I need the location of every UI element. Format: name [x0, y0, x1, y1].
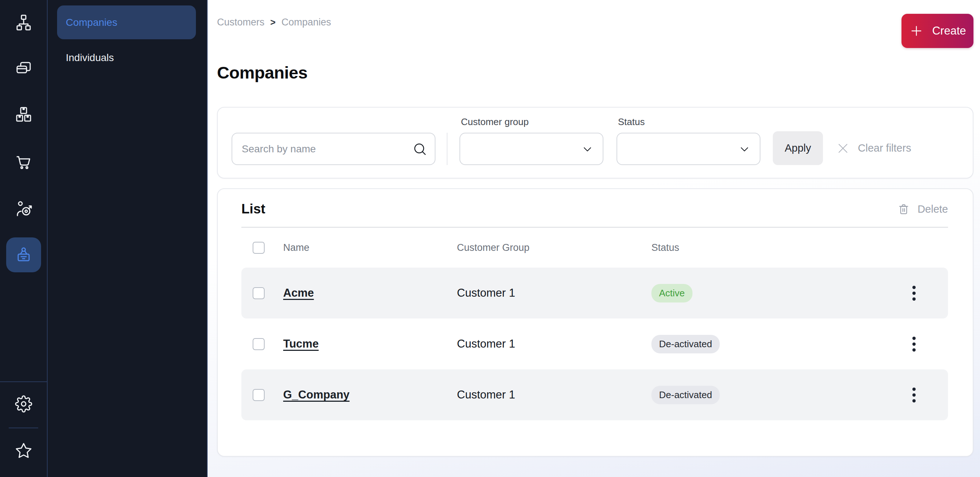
billing-cards-icon[interactable]: [6, 50, 41, 85]
close-icon: [836, 142, 850, 155]
company-name-link[interactable]: G_Company: [283, 388, 350, 401]
list-card: List Delete Name Customer Group Status A…: [217, 188, 974, 456]
customer-group-cell: Customer 1: [457, 337, 651, 350]
row-checkbox[interactable]: [253, 389, 265, 401]
table-row: Tucme Customer 1 De-activated: [241, 318, 948, 369]
rail-divider: [0, 382, 47, 382]
rail-divider: [9, 428, 38, 428]
status-select[interactable]: [617, 133, 760, 165]
app-window: Companies Individuals Customers > Compan…: [0, 0, 980, 477]
create-button[interactable]: Create: [902, 14, 974, 48]
clear-filters-label: Clear filters: [858, 142, 911, 154]
row-checkbox[interactable]: [253, 287, 265, 299]
sidebar-item-label: Companies: [66, 17, 118, 29]
search-input[interactable]: [232, 133, 436, 165]
breadcrumb-companies[interactable]: Companies: [282, 17, 331, 28]
clear-filters-button[interactable]: Clear filters: [836, 131, 911, 165]
customer-group-select[interactable]: [460, 133, 603, 165]
top-row: Customers > Companies Create: [217, 0, 974, 48]
select-all-checkbox[interactable]: [253, 242, 265, 254]
breadcrumb-customers[interactable]: Customers: [217, 17, 265, 28]
sitemap-icon[interactable]: [6, 5, 41, 40]
row-actions-kebab-icon[interactable]: [910, 283, 919, 304]
list-divider: [241, 227, 948, 227]
filter-divider: [447, 133, 447, 165]
sidebar-item-label: Individuals: [66, 52, 114, 64]
table-body: Acme Customer 1 Active Tucme Customer 1 …: [241, 267, 948, 420]
customer-group-cell: Customer 1: [457, 388, 651, 401]
customers-badge-icon[interactable]: [6, 237, 41, 272]
sidebar-item-individuals[interactable]: Individuals: [57, 41, 196, 75]
table-row: Acme Customer 1 Active: [241, 267, 948, 318]
column-header-customer-group: Customer Group: [457, 242, 651, 253]
search-icon[interactable]: [412, 142, 428, 157]
row-actions-kebab-icon[interactable]: [910, 334, 919, 355]
list-title: List: [241, 202, 266, 217]
company-name-link[interactable]: Tucme: [283, 337, 319, 350]
row-checkbox[interactable]: [253, 338, 265, 350]
sidebar-item-companies[interactable]: Companies: [57, 5, 196, 39]
breadcrumb-separator: >: [270, 17, 276, 28]
customer-group-cell: Customer 1: [457, 286, 651, 300]
status-badge: Active: [651, 284, 692, 302]
company-name-link[interactable]: Acme: [283, 286, 314, 300]
search-field: [232, 133, 436, 165]
customer-group-field: Customer group: [460, 116, 603, 165]
create-button-label: Create: [932, 24, 966, 37]
icon-rail: [0, 0, 48, 477]
filter-card: Customer group Status Apply: [217, 107, 974, 178]
chevron-down-icon: [581, 143, 594, 156]
breadcrumb: Customers > Companies: [217, 14, 331, 28]
apply-button[interactable]: Apply: [773, 131, 823, 165]
plus-icon: [909, 23, 924, 38]
page-title: Companies: [217, 62, 974, 83]
table-row: G_Company Customer 1 De-activated: [241, 369, 948, 420]
status-field: Status: [617, 116, 760, 165]
list-header: List Delete: [241, 202, 948, 217]
packages-icon[interactable]: [6, 97, 41, 132]
star-icon[interactable]: [6, 433, 41, 468]
table-header: Name Customer Group Status: [241, 242, 948, 254]
customer-target-icon[interactable]: [6, 191, 41, 226]
gear-icon[interactable]: [6, 386, 41, 421]
delete-button-label: Delete: [918, 203, 948, 215]
status-badge: De-activated: [651, 335, 720, 353]
status-badge: De-activated: [651, 386, 720, 404]
cart-icon[interactable]: [6, 144, 41, 179]
column-header-status: Status: [651, 242, 891, 253]
customer-group-label: Customer group: [461, 116, 603, 127]
sidebar: Companies Individuals: [48, 0, 208, 477]
delete-button[interactable]: Delete: [897, 202, 948, 216]
main-content: Customers > Companies Create Companies: [208, 0, 980, 477]
column-header-name: Name: [283, 242, 457, 253]
chevron-down-icon: [738, 143, 751, 156]
trash-icon: [897, 202, 910, 216]
row-actions-kebab-icon[interactable]: [910, 385, 919, 405]
status-label: Status: [618, 116, 760, 127]
